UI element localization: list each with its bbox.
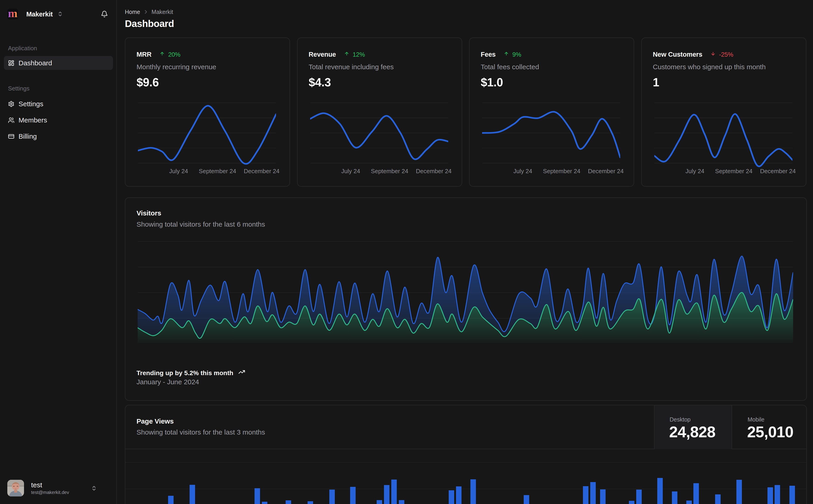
svg-text:m: m	[8, 9, 18, 19]
